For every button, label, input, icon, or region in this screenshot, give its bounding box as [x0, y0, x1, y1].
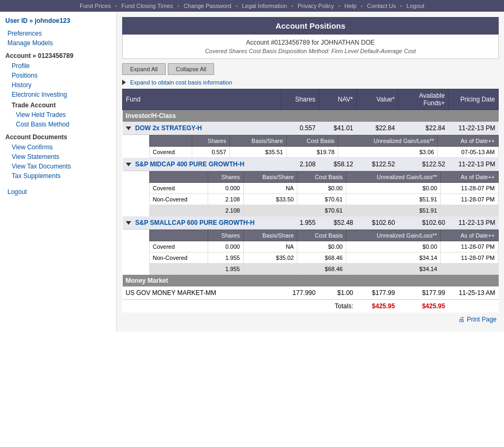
fund-available-funds: $122.52: [398, 158, 448, 171]
fund-shares: 0.557: [281, 122, 319, 135]
mm-value: $177.99: [356, 286, 398, 300]
fund-nav: $52.48: [319, 216, 356, 230]
fund-nav: $58.12: [319, 158, 356, 171]
cost-basis-col-0: Shares: [208, 230, 243, 241]
fund-pricing-date: 11-22-13 PM: [448, 216, 498, 230]
print-page-link[interactable]: 🖨 Print Page: [458, 316, 497, 323]
collapse-all-button[interactable]: Collapse All: [168, 63, 214, 75]
cb-cell-0: 0.000: [208, 183, 243, 194]
fund-row: S&P MIDCAP 400 PURE GROWTH-H2.108$58.12$…: [123, 158, 499, 171]
cost-basis-header-row: SharesBasis/ShareCost BasisUnrealized Ga…: [149, 230, 498, 241]
cost-basis-row: SharesBasis/ShareCost BasisUnrealized Ga…: [123, 171, 499, 217]
cb-cell-2: $19.78: [286, 147, 338, 158]
totals-available-funds: $425.95: [398, 300, 448, 313]
col-fund: Fund: [123, 89, 281, 110]
cost-basis-sub-table: SharesBasis/ShareCost BasisUnrealized Ga…: [149, 230, 499, 275]
cb-cell-3: $0.00: [346, 183, 441, 194]
cost-basis-data-row: Covered0.557$35.51$19.78$3.0607-05-13 AM: [149, 147, 498, 158]
account-documents-header: Account Documents: [5, 133, 111, 141]
printer-icon: 🖨: [458, 316, 465, 323]
cb-total-cell-4: [441, 205, 498, 216]
nav-logout[interactable]: Logout: [402, 3, 429, 9]
nav-contact-us[interactable]: Contact Us: [363, 3, 400, 9]
cb-total-cell-1: [243, 264, 297, 275]
sidebar: User ID » johndoe123 Preferences Manage …: [0, 12, 117, 332]
cost-basis-data-row: Covered0.000NA$0.00$0.0011-28-07 PM: [149, 183, 498, 194]
cost-basis-col-1: Basis/Share: [243, 230, 297, 241]
cb-cell-2: $70.61: [297, 194, 346, 205]
cost-basis-line: Covered Shares Cost Basis Disposition Me…: [127, 48, 494, 54]
cb-type: Non-Covered: [149, 252, 208, 264]
totals-label: Totals:: [319, 300, 356, 313]
cb-total-cell-4: [441, 264, 498, 275]
sidebar-link-view-confirms[interactable]: View Confirms: [5, 142, 111, 152]
mm-nav: $1.00: [319, 286, 356, 300]
totals-row: Totals:$425.95$425.95: [123, 300, 499, 313]
cb-cell-2: $68.46: [297, 252, 346, 264]
sidebar-link-positions[interactable]: Positions: [5, 71, 111, 80]
fund-expand-icon[interactable]: [126, 163, 131, 166]
cb-cell-4: 11-28-07 PM: [441, 252, 498, 264]
fund-value: $122.52: [356, 158, 398, 171]
cb-cell-4: 11-28-07 PM: [441, 194, 498, 205]
nav-help[interactable]: Help: [340, 3, 361, 9]
cb-total-cell-3: $34.14: [346, 264, 441, 275]
cb-cell-0: 1.955: [208, 252, 243, 264]
sidebar-link-profile[interactable]: Profile: [5, 61, 111, 71]
sidebar-link-tax-supplements[interactable]: Tax Supplements: [5, 171, 111, 181]
fund-name-label: S&P MIDCAP 400 PURE GROWTH-H: [135, 161, 245, 168]
print-row: 🖨 Print Page: [122, 313, 499, 326]
sidebar-link-cost-basis-method[interactable]: Cost Basis Method: [5, 120, 111, 129]
cost-basis-col-3: Unrealized Gain/Loss**: [346, 230, 441, 241]
account-header: Account #0123456789 for JOHNATHAN DOE Co…: [122, 35, 499, 59]
nav-legal-information[interactable]: Legal Information: [237, 3, 291, 9]
nav-fund-prices[interactable]: Fund Prices: [75, 3, 115, 9]
cb-cell-1: $35.51: [229, 147, 286, 158]
top-nav: Fund Prices • Fund Closing Times • Chang…: [0, 0, 504, 12]
nav-change-password[interactable]: Change Password: [180, 3, 236, 9]
fund-available-funds: $102.60: [398, 216, 448, 230]
sidebar-link-preferences[interactable]: Preferences: [5, 29, 111, 38]
nav-fund-closing-times[interactable]: Fund Closing Times: [117, 3, 177, 9]
cb-total-cell-2: $70.61: [297, 205, 346, 216]
cb-type: Covered: [149, 147, 192, 158]
col-value: Value*: [356, 89, 398, 110]
account-section-header: Account » 0123456789: [5, 52, 111, 60]
sidebar-link-view-statements[interactable]: View Statements: [5, 152, 111, 162]
cost-basis-col-0: Shares: [192, 136, 230, 147]
expand-info: Expand to obtain cost basis information: [122, 79, 499, 86]
fund-value: $102.60: [356, 216, 398, 230]
fund-row: DOW 2x STRATEGY-H0.557$41.01$22.84$22.84…: [123, 122, 499, 135]
cost-basis-col-2: Cost Basis: [297, 230, 346, 241]
sidebar-link-manage-models[interactable]: Manage Models: [5, 38, 111, 48]
sidebar-link-history[interactable]: History: [5, 80, 111, 90]
fund-expand-icon[interactable]: [126, 126, 131, 130]
cost-basis-sub-table: SharesBasis/ShareCost BasisUnrealized Ga…: [149, 135, 499, 158]
cost-basis-data-row: Non-Covered1.955$35.02$68.46$34.1411-28-…: [149, 252, 498, 264]
user-id-display: User ID » johndoe123: [5, 17, 111, 24]
cost-basis-row: SharesBasis/ShareCost BasisUnrealized Ga…: [123, 230, 499, 275]
cost-basis-col-3: Unrealized Gain/Loss**: [338, 136, 437, 147]
cost-basis-col-1: Basis/Share: [229, 136, 286, 147]
cost-basis-col-0: Shares: [208, 172, 243, 183]
expand-all-button[interactable]: Expand All: [122, 63, 166, 75]
fund-expand-icon[interactable]: [126, 221, 131, 225]
sidebar-link-view-tax-documents[interactable]: View Tax Documents: [5, 162, 111, 171]
cb-cell-3: $34.14: [346, 252, 441, 264]
cost-basis-total-row: 1.955$68.46$34.14: [149, 264, 498, 275]
positions-table: Fund Shares NAV* Value* Available Funds+…: [122, 89, 499, 313]
cb-type: Non-Covered: [149, 194, 208, 205]
sidebar-link-view-held-trades[interactable]: View Held Trades: [5, 110, 111, 120]
col-shares: Shares: [281, 89, 319, 110]
cb-cell-3: $3.06: [338, 147, 437, 158]
cost-basis-sub-table: SharesBasis/ShareCost BasisUnrealized Ga…: [149, 171, 499, 216]
sidebar-link-electronic-investing[interactable]: Electronic Investing: [5, 90, 111, 99]
fund-name-label: DOW 2x STRATEGY-H: [135, 124, 202, 132]
expand-arrow-icon: [122, 80, 126, 85]
cost-basis-col-2: Cost Basis: [286, 136, 338, 147]
sidebar-link-logout[interactable]: Logout: [5, 187, 111, 197]
fund-shares: 2.108: [281, 158, 319, 171]
mm-fund-name: US GOV MONEY MARKET-MM: [123, 286, 281, 300]
cost-basis-total-row: 2.108$70.61$51.91: [149, 205, 498, 216]
nav-privacy-policy[interactable]: Privacy Policy: [293, 3, 338, 9]
